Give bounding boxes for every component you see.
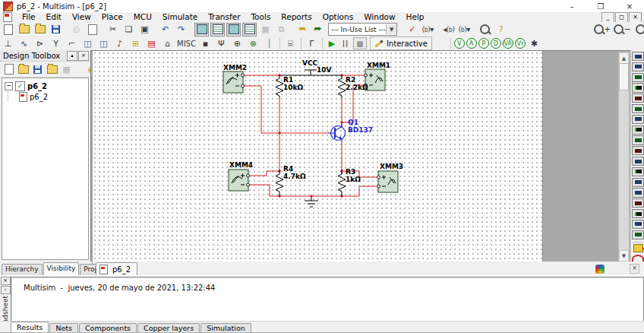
close-instruments-button[interactable]: ×: [630, 264, 639, 274]
logic-analyzer-icon[interactable]: [632, 135, 644, 144]
undo-icon[interactable]: ↶: [158, 23, 172, 36]
resistor-r2[interactable]: [338, 75, 346, 98]
place-rf-icon[interactable]: Ψ: [214, 36, 229, 50]
menu-file[interactable]: File: [17, 12, 41, 22]
resistor-r4[interactable]: [276, 170, 283, 196]
xmm4-label[interactable]: XMM4: [229, 161, 253, 169]
place-bus-icon[interactable]: ⏐: [262, 36, 276, 50]
pause-simulation-button[interactable]: ||: [339, 38, 352, 49]
place-indicator-icon[interactable]: ▤: [144, 36, 159, 50]
spectrum-analyzer-icon[interactable]: [632, 178, 644, 187]
schematic-sheet[interactable]: XMM2 VCC 10V XMM1 R1 10kΩ R2 2.2kΩ Q1 BD…: [93, 51, 543, 262]
mdi-minimize-button[interactable]: _: [601, 12, 614, 23]
tree-root-row[interactable]: − ✓ p6_2: [4, 81, 87, 91]
help-icon[interactable]: ?: [494, 23, 508, 36]
zoom-out-icon[interactable]: −: [613, 23, 631, 36]
digital-probe-icon[interactable]: D: [491, 38, 501, 49]
backannotate-ultiboard-icon[interactable]: ◂⒝: [441, 23, 456, 36]
spreadsheet-view-toggle-icon[interactable]: [210, 23, 225, 36]
wattmeter-icon[interactable]: [632, 73, 644, 82]
place-analog-icon[interactable]: ⌐: [65, 36, 79, 50]
design-toolbox-toggle-icon[interactable]: [194, 23, 209, 36]
hierarchy-icon[interactable]: ⧉: [274, 23, 289, 36]
print-icon[interactable]: ⎙: [69, 23, 84, 36]
open-sample-icon[interactable]: [33, 23, 47, 36]
zoom-in-icon[interactable]: +: [593, 23, 611, 36]
menu-window[interactable]: Window: [358, 12, 400, 22]
menu-transfer[interactable]: Transfer: [203, 12, 245, 22]
zoom-page-icon[interactable]: [633, 23, 644, 36]
oscilloscope-icon[interactable]: [632, 83, 644, 92]
export-netlist-icon[interactable]: ⒝▾: [457, 23, 472, 36]
place-cmos-icon[interactable]: ◫: [96, 36, 111, 50]
r4-value-label[interactable]: 4.7kΩ: [283, 173, 306, 180]
logic-converter-icon[interactable]: [632, 146, 644, 155]
vcc-net[interactable]: [279, 70, 342, 75]
vcc-voltage-label[interactable]: 10V: [317, 66, 332, 74]
new-icon[interactable]: [1, 23, 15, 36]
scrollbar-thumb[interactable]: [619, 63, 629, 90]
iv-analyzer-icon[interactable]: [632, 157, 644, 166]
scroll-up-arrow[interactable]: ▲: [619, 52, 629, 64]
r1-ref-label[interactable]: R1: [283, 76, 293, 84]
r3-value-label[interactable]: 1kΩ: [346, 176, 361, 183]
back-annotate-icon[interactable]: ⮪: [295, 23, 309, 36]
find-icon[interactable]: [478, 23, 492, 36]
minimize-button[interactable]: –: [557, 0, 586, 12]
q1-ref-label[interactable]: Q1: [348, 119, 358, 126]
power-probe-icon[interactable]: P: [478, 38, 489, 49]
redo-icon[interactable]: ↷: [174, 23, 188, 36]
sheet-tab-p6_2[interactable]: p6_2: [96, 262, 137, 275]
new-design-icon[interactable]: [2, 62, 16, 76]
grapher-toggle-icon[interactable]: [242, 23, 257, 36]
cut-icon[interactable]: ✂: [106, 23, 120, 36]
menu-mcu[interactable]: MCU: [128, 12, 157, 22]
menu-place[interactable]: Place: [96, 12, 128, 22]
schematic-canvas[interactable]: XMM2 VCC 10V XMM1 R1 10kΩ R2 2.2kΩ Q1 BD…: [90, 50, 631, 263]
r2-value-label[interactable]: 2.2kΩ: [346, 84, 368, 91]
spreadsheet-expand-button[interactable]: ›: [1, 286, 11, 294]
place-electromechanical-icon[interactable]: ⊕: [230, 36, 245, 50]
place-transistor-icon[interactable]: Υ: [49, 36, 63, 50]
multimeter-icon[interactable]: [632, 52, 644, 61]
multimeter-xmm3[interactable]: [377, 171, 399, 192]
place-nimcu-icon[interactable]: ⊗: [246, 36, 260, 50]
place-mixed-icon[interactable]: ⊞: [128, 36, 143, 50]
menu-edit[interactable]: Edit: [41, 12, 67, 22]
new-folder-icon[interactable]: [45, 62, 59, 76]
ground-symbol[interactable]: [305, 196, 318, 207]
place-source-icon[interactable]: ⊥: [1, 36, 15, 50]
in-use-list-dropdown[interactable]: --- In-Use List --- ▼: [328, 23, 397, 36]
spreadsheet-close-button[interactable]: ×: [1, 277, 11, 285]
menu-simulate[interactable]: Simulate: [157, 12, 203, 22]
tab-results[interactable]: Results: [11, 322, 49, 333]
transfer-ultiboard-icon[interactable]: ⒝▾: [421, 23, 435, 36]
erc-check-icon[interactable]: ✓: [405, 23, 419, 36]
run-simulation-button[interactable]: ▶: [326, 38, 338, 49]
spice-netlist-toggle-icon[interactable]: [226, 23, 241, 36]
voltage-reference-probe-icon[interactable]: Vr: [515, 38, 526, 49]
paste-icon[interactable]: ▣: [137, 23, 152, 36]
place-diode-icon[interactable]: ⊳: [33, 36, 47, 50]
measurement-probe-icon[interactable]: [633, 244, 643, 252]
close-button[interactable]: ×: [615, 0, 644, 12]
stop-simulation-button[interactable]: ■: [353, 37, 367, 49]
panel-minimize-button[interactable]: ▴: [67, 51, 77, 61]
place-misc-icon[interactable]: MISC: [176, 36, 197, 50]
word-generator-icon[interactable]: [632, 125, 644, 135]
xmm1-label[interactable]: XMM1: [367, 62, 390, 69]
menu-view[interactable]: View: [67, 12, 96, 22]
vcc-label[interactable]: VCC: [302, 59, 317, 67]
tab-hierarchy[interactable]: Hierarchy: [2, 264, 43, 275]
mdi-restore-button[interactable]: ◻: [615, 12, 628, 23]
r3-ref-label[interactable]: R3: [346, 168, 355, 176]
print-preview-icon[interactable]: [85, 23, 99, 36]
forward-annotate-icon[interactable]: ⮫: [311, 23, 325, 36]
r4-ref-label[interactable]: R4: [283, 165, 293, 173]
probe-settings-gear-icon[interactable]: ✱: [527, 36, 541, 50]
mdi-close-button[interactable]: ×: [629, 12, 642, 23]
agilent-function-generator-icon[interactable]: [632, 198, 644, 208]
frequency-counter-icon[interactable]: [632, 115, 644, 124]
menu-reports[interactable]: Reports: [276, 12, 317, 22]
xmm3-label[interactable]: XMM3: [380, 163, 403, 170]
